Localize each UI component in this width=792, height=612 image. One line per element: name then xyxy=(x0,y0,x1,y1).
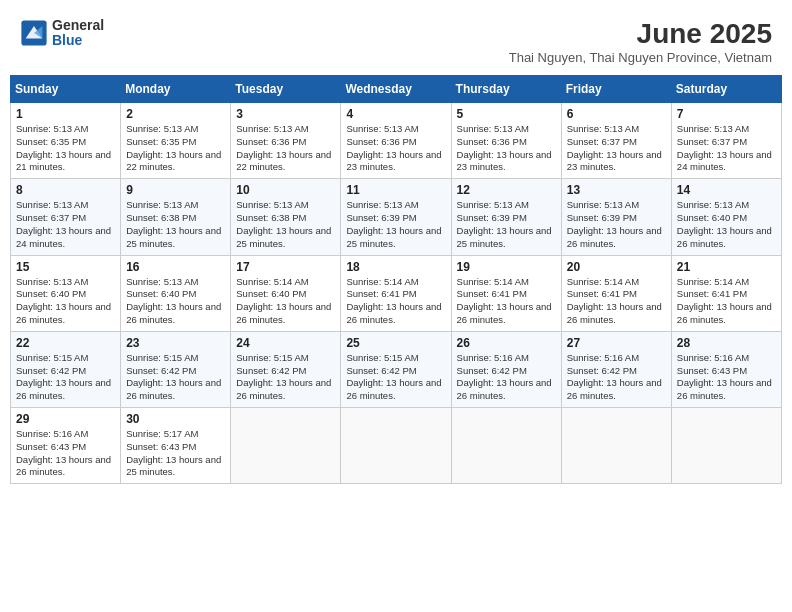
day-info: Sunrise: 5:15 AM Sunset: 6:42 PM Dayligh… xyxy=(126,352,225,403)
calendar-cell: 30Sunrise: 5:17 AM Sunset: 6:43 PM Dayli… xyxy=(121,408,231,484)
calendar-title: June 2025 xyxy=(509,18,772,50)
calendar-cell: 14Sunrise: 5:13 AM Sunset: 6:40 PM Dayli… xyxy=(671,179,781,255)
day-info: Sunrise: 5:15 AM Sunset: 6:42 PM Dayligh… xyxy=(346,352,445,403)
weekday-header-monday: Monday xyxy=(121,76,231,103)
calendar-cell: 16Sunrise: 5:13 AM Sunset: 6:40 PM Dayli… xyxy=(121,255,231,331)
calendar-cell: 26Sunrise: 5:16 AM Sunset: 6:42 PM Dayli… xyxy=(451,331,561,407)
calendar-cell: 29Sunrise: 5:16 AM Sunset: 6:43 PM Dayli… xyxy=(11,408,121,484)
calendar-cell: 27Sunrise: 5:16 AM Sunset: 6:42 PM Dayli… xyxy=(561,331,671,407)
day-number: 26 xyxy=(457,336,556,350)
day-info: Sunrise: 5:13 AM Sunset: 6:39 PM Dayligh… xyxy=(457,199,556,250)
logo-blue: Blue xyxy=(52,33,104,48)
calendar-cell: 17Sunrise: 5:14 AM Sunset: 6:40 PM Dayli… xyxy=(231,255,341,331)
calendar-cell xyxy=(451,408,561,484)
calendar-cell: 24Sunrise: 5:15 AM Sunset: 6:42 PM Dayli… xyxy=(231,331,341,407)
calendar-cell: 13Sunrise: 5:13 AM Sunset: 6:39 PM Dayli… xyxy=(561,179,671,255)
calendar-cell: 4Sunrise: 5:13 AM Sunset: 6:36 PM Daylig… xyxy=(341,103,451,179)
weekday-header-wednesday: Wednesday xyxy=(341,76,451,103)
weekday-header-saturday: Saturday xyxy=(671,76,781,103)
calendar-cell: 18Sunrise: 5:14 AM Sunset: 6:41 PM Dayli… xyxy=(341,255,451,331)
day-number: 3 xyxy=(236,107,335,121)
day-number: 22 xyxy=(16,336,115,350)
day-info: Sunrise: 5:16 AM Sunset: 6:42 PM Dayligh… xyxy=(567,352,666,403)
calendar-cell xyxy=(671,408,781,484)
calendar-cell: 10Sunrise: 5:13 AM Sunset: 6:38 PM Dayli… xyxy=(231,179,341,255)
day-info: Sunrise: 5:13 AM Sunset: 6:40 PM Dayligh… xyxy=(16,276,115,327)
day-number: 21 xyxy=(677,260,776,274)
day-info: Sunrise: 5:14 AM Sunset: 6:41 PM Dayligh… xyxy=(346,276,445,327)
day-number: 2 xyxy=(126,107,225,121)
calendar-cell: 11Sunrise: 5:13 AM Sunset: 6:39 PM Dayli… xyxy=(341,179,451,255)
calendar-cell: 3Sunrise: 5:13 AM Sunset: 6:36 PM Daylig… xyxy=(231,103,341,179)
logo-general: General xyxy=(52,18,104,33)
calendar-subtitle: Thai Nguyen, Thai Nguyen Province, Vietn… xyxy=(509,50,772,65)
calendar-cell: 23Sunrise: 5:15 AM Sunset: 6:42 PM Dayli… xyxy=(121,331,231,407)
day-number: 9 xyxy=(126,183,225,197)
day-number: 12 xyxy=(457,183,556,197)
calendar-cell: 6Sunrise: 5:13 AM Sunset: 6:37 PM Daylig… xyxy=(561,103,671,179)
calendar-cell: 20Sunrise: 5:14 AM Sunset: 6:41 PM Dayli… xyxy=(561,255,671,331)
day-info: Sunrise: 5:13 AM Sunset: 6:40 PM Dayligh… xyxy=(126,276,225,327)
calendar-cell: 28Sunrise: 5:16 AM Sunset: 6:43 PM Dayli… xyxy=(671,331,781,407)
day-info: Sunrise: 5:13 AM Sunset: 6:35 PM Dayligh… xyxy=(16,123,115,174)
day-number: 10 xyxy=(236,183,335,197)
day-info: Sunrise: 5:13 AM Sunset: 6:36 PM Dayligh… xyxy=(236,123,335,174)
logo-text: General Blue xyxy=(52,18,104,49)
day-number: 23 xyxy=(126,336,225,350)
calendar-week-5: 29Sunrise: 5:16 AM Sunset: 6:43 PM Dayli… xyxy=(11,408,782,484)
day-info: Sunrise: 5:14 AM Sunset: 6:40 PM Dayligh… xyxy=(236,276,335,327)
day-info: Sunrise: 5:16 AM Sunset: 6:42 PM Dayligh… xyxy=(457,352,556,403)
calendar-table: SundayMondayTuesdayWednesdayThursdayFrid… xyxy=(10,75,782,484)
calendar-cell: 1Sunrise: 5:13 AM Sunset: 6:35 PM Daylig… xyxy=(11,103,121,179)
calendar-cell: 25Sunrise: 5:15 AM Sunset: 6:42 PM Dayli… xyxy=(341,331,451,407)
day-info: Sunrise: 5:13 AM Sunset: 6:39 PM Dayligh… xyxy=(567,199,666,250)
header: General Blue June 2025 Thai Nguyen, Thai… xyxy=(10,10,782,69)
day-number: 7 xyxy=(677,107,776,121)
day-number: 28 xyxy=(677,336,776,350)
day-info: Sunrise: 5:16 AM Sunset: 6:43 PM Dayligh… xyxy=(16,428,115,479)
day-number: 17 xyxy=(236,260,335,274)
logo-icon xyxy=(20,19,48,47)
calendar-cell: 7Sunrise: 5:13 AM Sunset: 6:37 PM Daylig… xyxy=(671,103,781,179)
calendar-body: 1Sunrise: 5:13 AM Sunset: 6:35 PM Daylig… xyxy=(11,103,782,484)
calendar-cell: 19Sunrise: 5:14 AM Sunset: 6:41 PM Dayli… xyxy=(451,255,561,331)
day-number: 8 xyxy=(16,183,115,197)
day-info: Sunrise: 5:13 AM Sunset: 6:39 PM Dayligh… xyxy=(346,199,445,250)
calendar-cell xyxy=(231,408,341,484)
day-number: 5 xyxy=(457,107,556,121)
day-number: 11 xyxy=(346,183,445,197)
calendar-cell: 2Sunrise: 5:13 AM Sunset: 6:35 PM Daylig… xyxy=(121,103,231,179)
calendar-week-2: 8Sunrise: 5:13 AM Sunset: 6:37 PM Daylig… xyxy=(11,179,782,255)
day-number: 15 xyxy=(16,260,115,274)
day-info: Sunrise: 5:16 AM Sunset: 6:43 PM Dayligh… xyxy=(677,352,776,403)
calendar-week-4: 22Sunrise: 5:15 AM Sunset: 6:42 PM Dayli… xyxy=(11,331,782,407)
day-number: 1 xyxy=(16,107,115,121)
weekday-header-thursday: Thursday xyxy=(451,76,561,103)
day-number: 14 xyxy=(677,183,776,197)
day-info: Sunrise: 5:14 AM Sunset: 6:41 PM Dayligh… xyxy=(567,276,666,327)
day-info: Sunrise: 5:15 AM Sunset: 6:42 PM Dayligh… xyxy=(236,352,335,403)
calendar-week-3: 15Sunrise: 5:13 AM Sunset: 6:40 PM Dayli… xyxy=(11,255,782,331)
day-number: 4 xyxy=(346,107,445,121)
day-info: Sunrise: 5:17 AM Sunset: 6:43 PM Dayligh… xyxy=(126,428,225,479)
day-info: Sunrise: 5:13 AM Sunset: 6:36 PM Dayligh… xyxy=(346,123,445,174)
day-number: 13 xyxy=(567,183,666,197)
day-info: Sunrise: 5:13 AM Sunset: 6:37 PM Dayligh… xyxy=(16,199,115,250)
logo: General Blue xyxy=(20,18,104,49)
calendar-cell: 15Sunrise: 5:13 AM Sunset: 6:40 PM Dayli… xyxy=(11,255,121,331)
day-number: 27 xyxy=(567,336,666,350)
day-number: 29 xyxy=(16,412,115,426)
title-area: June 2025 Thai Nguyen, Thai Nguyen Provi… xyxy=(509,18,772,65)
calendar-cell: 9Sunrise: 5:13 AM Sunset: 6:38 PM Daylig… xyxy=(121,179,231,255)
weekday-header-tuesday: Tuesday xyxy=(231,76,341,103)
day-number: 18 xyxy=(346,260,445,274)
day-info: Sunrise: 5:13 AM Sunset: 6:38 PM Dayligh… xyxy=(126,199,225,250)
day-info: Sunrise: 5:14 AM Sunset: 6:41 PM Dayligh… xyxy=(457,276,556,327)
day-info: Sunrise: 5:13 AM Sunset: 6:35 PM Dayligh… xyxy=(126,123,225,174)
day-info: Sunrise: 5:13 AM Sunset: 6:40 PM Dayligh… xyxy=(677,199,776,250)
day-info: Sunrise: 5:13 AM Sunset: 6:37 PM Dayligh… xyxy=(567,123,666,174)
day-number: 30 xyxy=(126,412,225,426)
day-info: Sunrise: 5:13 AM Sunset: 6:37 PM Dayligh… xyxy=(677,123,776,174)
calendar-week-1: 1Sunrise: 5:13 AM Sunset: 6:35 PM Daylig… xyxy=(11,103,782,179)
calendar-cell: 5Sunrise: 5:13 AM Sunset: 6:36 PM Daylig… xyxy=(451,103,561,179)
